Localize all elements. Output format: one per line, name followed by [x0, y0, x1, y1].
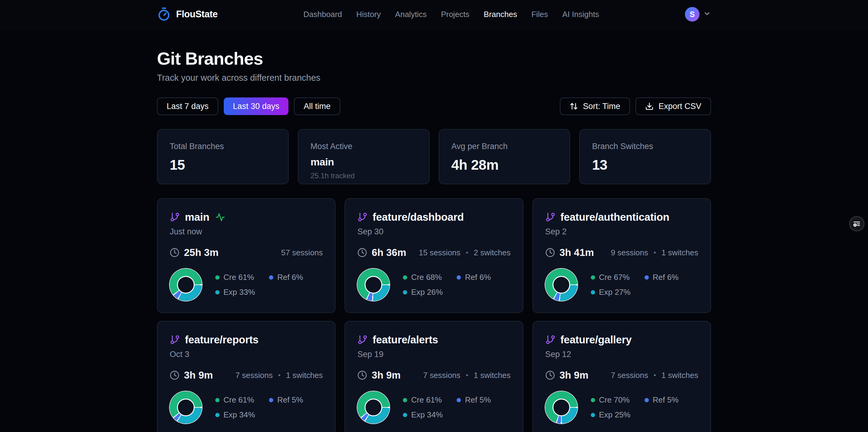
git-branch-icon [170, 335, 180, 345]
branch-legend: Cre 61% Ref 5% Exp 34% [403, 395, 510, 420]
download-icon [645, 102, 654, 111]
nav-item-history[interactable]: History [356, 10, 381, 19]
clock-icon [545, 248, 555, 257]
branch-legend: Cre 67% Ref 6% Exp 27% [591, 273, 698, 297]
sort-button[interactable]: Sort: Time [560, 97, 630, 115]
branch-time: 3h 9m [372, 369, 400, 381]
branch-legend: Cre 61% Ref 5% Exp 34% [215, 395, 323, 420]
brand-logo[interactable]: FlouState [157, 7, 218, 21]
stat-label: Avg per Branch [452, 142, 558, 151]
branch-card-feature-authentication[interactable]: feature/authentication Sep 2 3h 41m 9 se… [532, 198, 711, 313]
nav-item-files[interactable]: Files [531, 10, 548, 19]
actions-group: Sort: Time Export CSV [560, 97, 711, 115]
legend-cre: Cre 68% [411, 273, 442, 282]
branch-donut-chart [170, 269, 202, 301]
ref-dot [457, 398, 461, 402]
export-csv-button[interactable]: Export CSV [636, 97, 711, 115]
range-button-7-days[interactable]: Last 7 days [157, 97, 218, 115]
branch-time: 3h 9m [560, 369, 588, 381]
branch-name: main [185, 211, 210, 223]
overlay-outline-button[interactable] [849, 216, 864, 231]
dot-separator: • [654, 371, 656, 379]
branch-time: 25h 3m [184, 247, 219, 258]
branch-name: feature/gallery [560, 334, 632, 346]
stat-card-avg-per-branch: Avg per Branch 4h 28m [439, 129, 570, 184]
branch-name: feature/authentication [560, 211, 670, 223]
nav-item-projects[interactable]: Projects [441, 10, 469, 19]
branch-donut-chart [170, 391, 202, 424]
branch-sessions: 57 sessions [281, 248, 323, 257]
ref-dot [269, 398, 273, 402]
git-branch-icon [357, 212, 368, 222]
legend-exp: Exp 33% [223, 287, 255, 297]
branch-card-feature-dashboard[interactable]: feature/dashboard Sep 30 6h 36m 15 sessi… [345, 198, 523, 313]
git-branch-icon [170, 212, 180, 222]
branch-last-active: Sep 30 [357, 227, 510, 237]
branch-legend: Cre 61% Ref 6% Exp 33% [215, 273, 323, 297]
branch-last-active: Just now [170, 227, 323, 237]
ref-dot [269, 275, 273, 280]
avatar[interactable]: S [685, 7, 700, 22]
user-menu[interactable]: S [685, 7, 711, 22]
branch-card-feature-reports[interactable]: feature/reports Oct 3 3h 9m 7 sessions •… [157, 321, 336, 432]
nav-links: Dashboard History Analytics Projects Bra… [218, 10, 685, 19]
range-button-30-days[interactable]: Last 30 days [224, 97, 288, 115]
branch-card-feature-gallery[interactable]: feature/gallery Sep 12 3h 9m 7 sessions … [532, 321, 711, 432]
nav-item-branches[interactable]: Branches [484, 10, 517, 19]
legend-exp: Exp 34% [411, 410, 443, 420]
branch-card-feature-alerts[interactable]: feature/alerts Sep 19 3h 9m 7 sessions •… [345, 321, 523, 432]
sort-button-label: Sort: Time [583, 102, 620, 111]
legend-cre: Cre 61% [223, 395, 254, 405]
branch-switches: 1 switches [661, 248, 698, 257]
branch-sessions: 15 sessions [418, 248, 460, 257]
clock-icon [357, 248, 367, 257]
branch-time: 3h 41m [560, 247, 594, 258]
branch-card-main[interactable]: main Just now 25h 3m 57 sessions [157, 198, 336, 313]
legend-ref: Ref 6% [653, 273, 679, 282]
clock-icon [170, 248, 179, 257]
branch-donut-chart [357, 269, 390, 301]
stat-card-branch-switches: Branch Switches 13 [579, 129, 711, 184]
dot-separator: • [466, 249, 468, 256]
legend-ref: Ref 6% [465, 273, 491, 282]
chevron-down-icon [703, 10, 711, 19]
stopwatch-logo-icon [157, 7, 171, 21]
list-play-icon [852, 219, 861, 228]
legend-ref: Ref 5% [653, 395, 679, 405]
legend-exp: Exp 27% [599, 287, 630, 297]
dot-separator: • [466, 371, 468, 379]
stat-label: Most Active [311, 142, 417, 151]
branch-sessions: 7 sessions [611, 371, 648, 380]
exp-dot [591, 290, 595, 295]
nav-item-analytics[interactable]: Analytics [395, 10, 427, 19]
stat-value: main [311, 156, 417, 168]
legend-cre: Cre 61% [223, 273, 254, 282]
branch-grid: main Just now 25h 3m 57 sessions [157, 198, 711, 432]
export-button-label: Export CSV [658, 102, 701, 111]
stat-subtext: 25.1h tracked [311, 172, 417, 180]
stat-value: 4h 28m [452, 157, 558, 173]
exp-dot [215, 290, 219, 295]
cre-dot [591, 398, 595, 402]
stat-label: Total Branches [170, 142, 276, 151]
page-subtitle: Track your work across different branche… [157, 73, 711, 83]
branch-name: feature/reports [185, 334, 259, 346]
branch-name: feature/alerts [373, 334, 438, 346]
top-navbar: FlouState Dashboard History Analytics Pr… [0, 0, 868, 29]
stat-label: Branch Switches [592, 142, 698, 151]
range-button-all-time[interactable]: All time [294, 97, 340, 115]
brand-name: FlouState [176, 9, 218, 20]
cre-dot [403, 275, 407, 280]
branch-donut-chart [545, 391, 578, 424]
nav-item-ai-insights[interactable]: AI Insights [562, 10, 599, 19]
legend-exp: Exp 26% [411, 287, 443, 297]
activity-pulse-icon [216, 213, 225, 222]
nav-item-dashboard[interactable]: Dashboard [303, 10, 342, 19]
stats-grid: Total Branches 15 Most Active main 25.1h… [157, 129, 711, 184]
branch-legend: Cre 70% Ref 5% Exp 25% [591, 395, 698, 420]
legend-cre: Cre 61% [411, 395, 442, 405]
branch-switches: 2 switches [474, 248, 510, 257]
branch-donut-chart [545, 269, 578, 301]
legend-ref: Ref 5% [465, 395, 491, 405]
clock-icon [357, 370, 367, 380]
